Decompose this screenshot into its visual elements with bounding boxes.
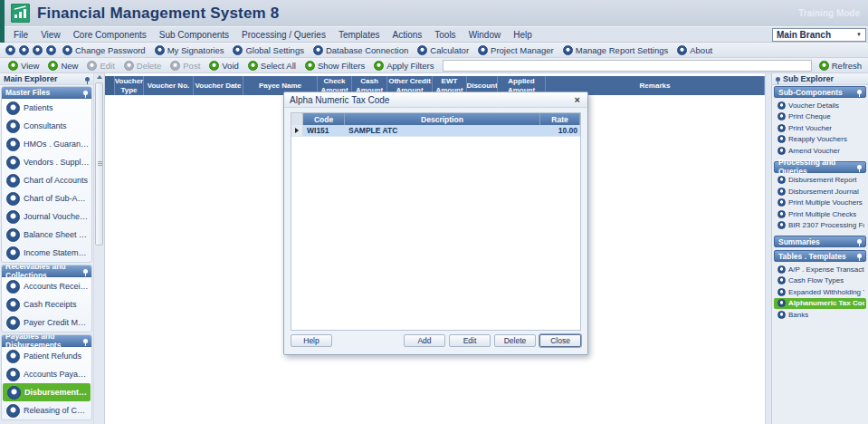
- toolbar-button-view[interactable]: View: [4, 59, 43, 72]
- section-header-summaries[interactable]: Summaries: [774, 236, 866, 247]
- nav-item-patient-refunds[interactable]: Patient Refunds: [2, 347, 91, 365]
- pin-icon[interactable]: [83, 91, 88, 95]
- pin-icon[interactable]: [85, 77, 90, 82]
- nav-item-bir-2307-processing-form[interactable]: BIR 2307 Processing Form: [774, 220, 866, 232]
- nav-item-patients[interactable]: Patients: [2, 99, 91, 117]
- menu-item-view[interactable]: View: [34, 28, 67, 42]
- menu-item-templates[interactable]: Templates: [332, 28, 386, 42]
- nav-item-print-multiple-vouchers[interactable]: Print Multiple Vouchers: [774, 198, 866, 209]
- menu-item-window[interactable]: Window: [463, 28, 508, 42]
- branch-selector[interactable]: Main Branch: [772, 28, 866, 42]
- toolbar-button-manage-report-settings[interactable]: Manage Report Settings: [558, 43, 672, 57]
- nav-item-amend-voucher[interactable]: Amend Voucher: [774, 145, 866, 157]
- main-explorer-scrollbar[interactable]: [93, 73, 105, 424]
- section-header-tables-templates[interactable]: Tables . Templates: [774, 250, 866, 262]
- toolbar-button-project-manager[interactable]: Project Manager: [473, 43, 558, 57]
- toolbar-button-circle-window-icon-3[interactable]: [31, 43, 44, 57]
- nav-item-disbursement-report[interactable]: Disbursement Report: [774, 175, 866, 187]
- nav-item-balance-sheet-templates[interactable]: Balance Sheet Templates: [2, 226, 91, 244]
- section-header-processing-and-queries[interactable]: Processing and Queries: [774, 161, 866, 173]
- nav-item-accounts-receivables[interactable]: Accounts Receivables: [2, 277, 91, 295]
- menu-item-actions[interactable]: Actions: [386, 28, 428, 42]
- refresh-button[interactable]: Refresh: [816, 61, 864, 71]
- nav-item-print-cheque[interactable]: Print Cheque: [774, 111, 866, 123]
- pin-icon[interactable]: [857, 165, 862, 169]
- scroll-up-icon[interactable]: [97, 75, 102, 79]
- chevron-down-icon: [856, 32, 862, 37]
- nav-item-income-statement-templat[interactable]: Income Statement Templat...: [2, 244, 91, 262]
- nav-item-cash-receipts[interactable]: Cash Receipts: [2, 295, 91, 313]
- section-header-receivables-and-collections[interactable]: Receivables and Collections: [2, 265, 91, 277]
- row-selector-cell[interactable]: [291, 125, 303, 136]
- pin-icon[interactable]: [857, 239, 862, 244]
- close-button[interactable]: Close: [539, 334, 581, 347]
- nav-item-journal-voucher-templates[interactable]: Journal Voucher Templates: [2, 207, 91, 226]
- panel-splitter[interactable]: [765, 73, 771, 424]
- toolbar-button-about[interactable]: About: [672, 43, 717, 57]
- menu-item-tools[interactable]: Tools: [428, 28, 462, 42]
- toolbar-button-calculator[interactable]: Calculator: [413, 43, 473, 57]
- nav-item-consultants[interactable]: Consultants: [2, 117, 91, 135]
- nav-item-chart-of-sub-accounts[interactable]: Chart of Sub-Accounts: [2, 189, 91, 207]
- close-icon[interactable]: [573, 95, 582, 105]
- filter-search-input[interactable]: [443, 60, 811, 72]
- nav-item-disbursement-journal[interactable]: Disbursement Journal: [774, 186, 866, 198]
- toolbar-button-new[interactable]: New: [43, 59, 82, 72]
- toolbar-button-my-signatories[interactable]: My Signatories: [150, 43, 229, 57]
- toolbar-button-circle-window-icon-1[interactable]: [4, 43, 17, 57]
- nav-item-hmos-guarantors[interactable]: HMOs . Guarantors: [2, 135, 91, 153]
- help-button[interactable]: Help: [291, 334, 332, 347]
- menu-item-file[interactable]: File: [7, 28, 34, 42]
- column-header-voucher-date[interactable]: Voucher Date: [194, 76, 243, 95]
- toolbar-button-global-settings[interactable]: Global Settings: [228, 43, 308, 57]
- nav-item-label: Chart of Accounts: [24, 176, 88, 185]
- menu-item-help[interactable]: Help: [507, 28, 539, 42]
- sub-explorer-panel: Sub Explorer Sub-ComponentsVoucher Detai…: [771, 73, 868, 424]
- pin-icon[interactable]: [857, 90, 862, 94]
- nav-item-banks[interactable]: Banks: [774, 309, 866, 321]
- nav-item-alphanumeric-tax-code[interactable]: Alphanumeric Tax Code: [774, 298, 866, 310]
- section-header-master-files[interactable]: Master Files: [2, 87, 91, 99]
- pin-icon[interactable]: [776, 77, 780, 82]
- nav-item-chart-of-accounts[interactable]: Chart of Accounts: [2, 171, 91, 189]
- scrollbar-thumb[interactable]: [95, 82, 103, 246]
- add-button[interactable]: Add: [404, 334, 445, 347]
- menu-item-sub-components[interactable]: Sub Components: [153, 28, 235, 42]
- section-header-sub-components[interactable]: Sub-Components: [774, 86, 866, 98]
- edit-button[interactable]: Edit: [449, 334, 491, 347]
- column-header-voucher-no[interactable]: Voucher No.: [144, 76, 194, 95]
- toolbar-button-change-password[interactable]: Change Password: [58, 43, 150, 57]
- column-header-code[interactable]: Code: [303, 113, 345, 125]
- nav-item-disbursement-vouchers[interactable]: Disbursement Vouchers: [3, 383, 91, 401]
- toolbar-button-select-all[interactable]: Select All: [243, 59, 300, 72]
- toolbar-button-void[interactable]: Void: [205, 59, 243, 72]
- nav-item-print-voucher[interactable]: Print Voucher: [774, 122, 866, 134]
- nav-item-print-multiple-checks[interactable]: Print Multiple Checks: [774, 208, 866, 220]
- toolbar-button-database-connection[interactable]: Database Connection: [309, 43, 413, 57]
- nav-item-cash-flow-types[interactable]: Cash Flow Types: [774, 275, 866, 287]
- delete-button[interactable]: Delete: [494, 334, 536, 347]
- nav-item-payer-credit-memos[interactable]: Payer Credit Memos: [2, 313, 91, 332]
- menu-item-processing-queries[interactable]: Processing / Queries: [235, 28, 332, 42]
- nav-item-voucher-details[interactable]: Voucher Details: [774, 100, 866, 111]
- table-row[interactable]: WI151SAMPLE ATC10.00: [291, 125, 580, 137]
- pin-icon[interactable]: [83, 339, 88, 343]
- pin-icon[interactable]: [857, 254, 862, 258]
- column-header-description[interactable]: Description: [345, 113, 540, 125]
- nav-item-releasing-of-checks[interactable]: Releasing of Checks: [2, 401, 91, 419]
- column-header-rate[interactable]: Rate: [540, 113, 580, 125]
- section-header-payables-and-disbursements[interactable]: Payables and Disbursements: [2, 335, 91, 347]
- nav-item-accounts-payable-vouchers[interactable]: Accounts Payable Vouchers: [2, 365, 91, 383]
- toolbar-button-circle-window-icon-4[interactable]: [44, 43, 58, 57]
- toolbar-button-apply-filters[interactable]: Apply Filters: [369, 59, 438, 72]
- column-header-voucher-type[interactable]: Voucher Type: [115, 76, 144, 95]
- nav-item-reapply-vouchers[interactable]: Reapply Vouchers: [774, 134, 866, 146]
- toolbar-button-circle-window-icon-2[interactable]: [17, 43, 31, 57]
- menu-item-core-components[interactable]: Core Components: [67, 28, 153, 42]
- toolbar-button-show-filters[interactable]: Show Filters: [300, 59, 369, 72]
- nav-item-a-p-expense-transaction-types[interactable]: A/P . Expense Transaction Types: [774, 264, 866, 275]
- dialog-title-bar[interactable]: Alpha Numeric Tax Code: [284, 92, 587, 108]
- nav-item-expanded-withholding-tax[interactable]: Expanded Withholding Tax: [774, 286, 866, 298]
- nav-item-vendors-suppliers[interactable]: Vendors . Suppliers: [2, 153, 91, 171]
- pin-icon[interactable]: [83, 269, 88, 274]
